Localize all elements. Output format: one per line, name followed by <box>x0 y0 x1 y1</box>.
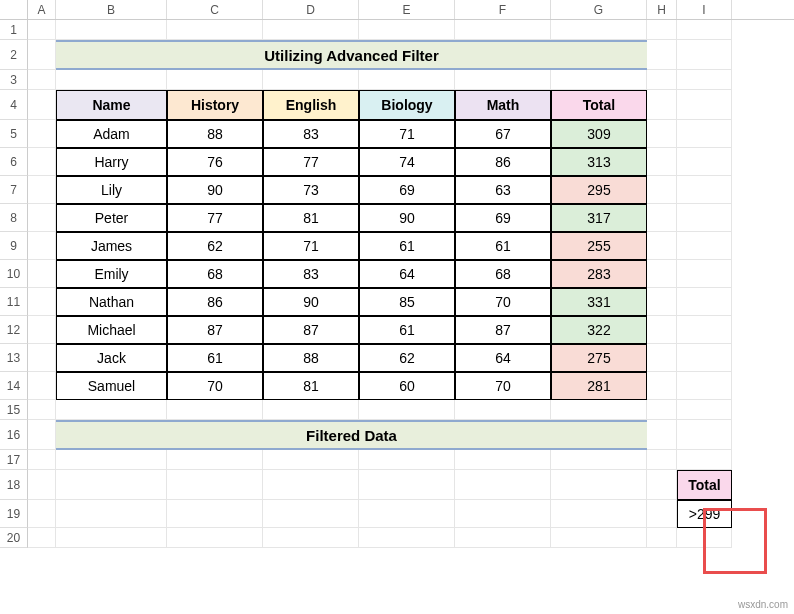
cell-biology[interactable]: 62 <box>359 344 455 372</box>
row-header-15[interactable]: 15 <box>0 400 28 420</box>
cell-D3[interactable] <box>263 70 359 90</box>
cell-G3[interactable] <box>551 70 647 90</box>
cell-H3[interactable] <box>647 70 677 90</box>
cell-G15[interactable] <box>551 400 647 420</box>
cell-I2[interactable] <box>677 40 732 70</box>
criteria-header[interactable]: Total <box>677 470 732 500</box>
cell-G1[interactable] <box>551 20 647 40</box>
col-header-E[interactable]: E <box>359 0 455 19</box>
cell-A14[interactable] <box>28 372 56 400</box>
cell-I13[interactable] <box>677 344 732 372</box>
cell-G18[interactable] <box>551 470 647 500</box>
cell-A20[interactable] <box>28 528 56 548</box>
cell-D15[interactable] <box>263 400 359 420</box>
cell-english[interactable]: 81 <box>263 204 359 232</box>
cell-total[interactable]: 275 <box>551 344 647 372</box>
cell-A5[interactable] <box>28 120 56 148</box>
cell-E1[interactable] <box>359 20 455 40</box>
cell-G19[interactable] <box>551 500 647 528</box>
cell-D19[interactable] <box>263 500 359 528</box>
cell-I5[interactable] <box>677 120 732 148</box>
cell-H17[interactable] <box>647 450 677 470</box>
row-header-10[interactable]: 10 <box>0 260 28 288</box>
cell-history[interactable]: 87 <box>167 316 263 344</box>
cell-I11[interactable] <box>677 288 732 316</box>
cell-A15[interactable] <box>28 400 56 420</box>
cell-H18[interactable] <box>647 470 677 500</box>
cell-english[interactable]: 77 <box>263 148 359 176</box>
cell-F18[interactable] <box>455 470 551 500</box>
cell-total[interactable]: 255 <box>551 232 647 260</box>
cell-I4[interactable] <box>677 90 732 120</box>
cell-math[interactable]: 70 <box>455 372 551 400</box>
select-all-corner[interactable] <box>0 0 28 20</box>
cell-H7[interactable] <box>647 176 677 204</box>
cell-name[interactable]: Emily <box>56 260 167 288</box>
cell-english[interactable]: 90 <box>263 288 359 316</box>
cell-F3[interactable] <box>455 70 551 90</box>
row-header-3[interactable]: 3 <box>0 70 28 90</box>
cell-name[interactable]: Lily <box>56 176 167 204</box>
cell-A8[interactable] <box>28 204 56 232</box>
cell-english[interactable]: 87 <box>263 316 359 344</box>
cell-biology[interactable]: 61 <box>359 316 455 344</box>
cell-H15[interactable] <box>647 400 677 420</box>
cell-A3[interactable] <box>28 70 56 90</box>
cell-total[interactable]: 313 <box>551 148 647 176</box>
cell-math[interactable]: 70 <box>455 288 551 316</box>
row-header-13[interactable]: 13 <box>0 344 28 372</box>
cell-E20[interactable] <box>359 528 455 548</box>
cell-total[interactable]: 331 <box>551 288 647 316</box>
cell-I12[interactable] <box>677 316 732 344</box>
header-english[interactable]: English <box>263 90 359 120</box>
cell-I16[interactable] <box>677 420 732 450</box>
col-header-C[interactable]: C <box>167 0 263 19</box>
cell-H1[interactable] <box>647 20 677 40</box>
cell-name[interactable]: Harry <box>56 148 167 176</box>
cell-biology[interactable]: 74 <box>359 148 455 176</box>
cell-E15[interactable] <box>359 400 455 420</box>
row-header-20[interactable]: 20 <box>0 528 28 548</box>
cell-H10[interactable] <box>647 260 677 288</box>
cell-history[interactable]: 70 <box>167 372 263 400</box>
cell-I7[interactable] <box>677 176 732 204</box>
cell-E3[interactable] <box>359 70 455 90</box>
cell-C17[interactable] <box>167 450 263 470</box>
header-biology[interactable]: Biology <box>359 90 455 120</box>
cell-name[interactable]: Peter <box>56 204 167 232</box>
cell-biology[interactable]: 69 <box>359 176 455 204</box>
cell-G20[interactable] <box>551 528 647 548</box>
cell-math[interactable]: 61 <box>455 232 551 260</box>
cell-C3[interactable] <box>167 70 263 90</box>
row-header-12[interactable]: 12 <box>0 316 28 344</box>
cell-B3[interactable] <box>56 70 167 90</box>
cell-biology[interactable]: 60 <box>359 372 455 400</box>
cell-H12[interactable] <box>647 316 677 344</box>
cell-A7[interactable] <box>28 176 56 204</box>
cell-history[interactable]: 77 <box>167 204 263 232</box>
cell-history[interactable]: 76 <box>167 148 263 176</box>
cell-B15[interactable] <box>56 400 167 420</box>
row-header-5[interactable]: 5 <box>0 120 28 148</box>
col-header-G[interactable]: G <box>551 0 647 19</box>
cell-H5[interactable] <box>647 120 677 148</box>
cell-english[interactable]: 83 <box>263 260 359 288</box>
row-header-16[interactable]: 16 <box>0 420 28 450</box>
cell-F17[interactable] <box>455 450 551 470</box>
cell-A2[interactable] <box>28 40 56 70</box>
cell-A4[interactable] <box>28 90 56 120</box>
cell-A10[interactable] <box>28 260 56 288</box>
cell-H11[interactable] <box>647 288 677 316</box>
cell-history[interactable]: 90 <box>167 176 263 204</box>
cell-H19[interactable] <box>647 500 677 528</box>
cell-F1[interactable] <box>455 20 551 40</box>
cell-biology[interactable]: 61 <box>359 232 455 260</box>
row-header-11[interactable]: 11 <box>0 288 28 316</box>
cell-name[interactable]: Adam <box>56 120 167 148</box>
cell-math[interactable]: 87 <box>455 316 551 344</box>
cell-E17[interactable] <box>359 450 455 470</box>
cell-total[interactable]: 322 <box>551 316 647 344</box>
row-header-8[interactable]: 8 <box>0 204 28 232</box>
cell-history[interactable]: 62 <box>167 232 263 260</box>
cell-C1[interactable] <box>167 20 263 40</box>
